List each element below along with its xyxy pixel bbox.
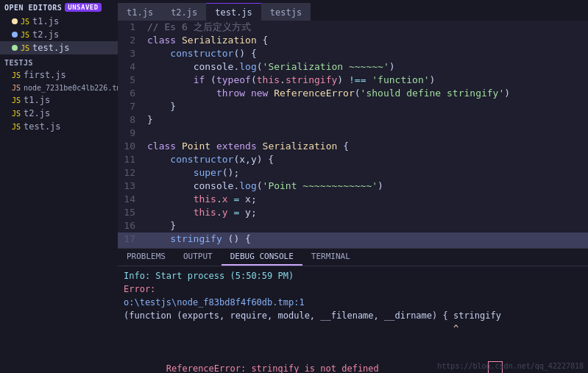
sidebar-file-firstjs: first.js xyxy=(24,70,66,80)
tab-testjs2[interactable]: testjs xyxy=(261,3,311,21)
main-area: t1.js t2.js test.js testjs 1 // Es 6 之后定… xyxy=(118,0,588,373)
sidebar-file-t2js2: t2.js xyxy=(24,108,50,118)
line-content: this.x = x; xyxy=(144,193,588,206)
tab-label: test.js xyxy=(215,7,252,18)
table-row: 15 this.y = y; xyxy=(118,206,588,219)
sidebar: OPEN EDITORS UNSAVED JS t1.js JS t2.js J… xyxy=(0,0,118,373)
line-num: 17 xyxy=(118,232,144,248)
js-icon: JS xyxy=(21,43,29,52)
panel-line: ^ xyxy=(124,322,582,335)
panel-line: (function (exports, require, module, __f… xyxy=(124,309,582,322)
table-row: 7 } xyxy=(118,100,588,113)
tab-testjs[interactable]: test.js xyxy=(206,3,261,21)
dot-yellow xyxy=(12,18,18,24)
tab-label: testjs xyxy=(270,7,302,18)
sidebar-item-t2js[interactable]: JS t2.js xyxy=(0,28,118,41)
table-row: 5 if (typeof(this.stringify) !== 'functi… xyxy=(118,74,588,87)
tab-t1js[interactable]: t1.js xyxy=(118,3,162,21)
js-icon: JS xyxy=(12,122,21,131)
line-num: 14 xyxy=(118,193,144,206)
line-num: 4 xyxy=(118,60,144,74)
open-editors-header: OPEN EDITORS UNSAVED xyxy=(0,0,118,15)
line-num: 2 xyxy=(118,34,144,47)
line-num: 5 xyxy=(118,74,144,87)
sidebar-item-t1js2[interactable]: JS t1.js xyxy=(0,93,118,107)
panel-content: Info: Start process (5:50:59 PM) Error: … xyxy=(118,266,588,373)
line-num: 1 xyxy=(118,21,144,34)
table-row: 6 throw new ReferenceError('should defin… xyxy=(118,87,588,100)
js-icon: JS xyxy=(12,71,21,79)
tab-output[interactable]: OUTPUT xyxy=(174,249,222,266)
sidebar-file-t1js2: t1.js xyxy=(24,95,50,105)
sidebar-item-testjs2[interactable]: JS test.js xyxy=(0,120,118,133)
line-content xyxy=(144,127,588,140)
line-content: } xyxy=(144,100,588,113)
line-content: console.log('Point ~~~~~~~~~~~~') xyxy=(144,180,588,193)
sidebar-item-tmptile[interactable]: JS node_7231be0c4lb226.tmp xyxy=(0,82,118,93)
line-content: } xyxy=(144,113,588,127)
code-lines: 1 // Es 6 之后定义方式 2 class Serialization {… xyxy=(118,21,588,248)
sidebar-item-firstjs[interactable]: JS first.js xyxy=(0,68,118,82)
table-row: 3 constructor() { xyxy=(118,47,588,60)
panel-line: Info: Start process (5:50:59 PM) xyxy=(124,269,582,283)
table-row: 1 // Es 6 之后定义方式 xyxy=(118,21,588,34)
line-content: class Serialization { xyxy=(144,34,588,47)
js-icon: JS xyxy=(21,30,29,39)
line-num: 9 xyxy=(118,127,144,140)
table-row: 9 xyxy=(118,127,588,140)
panel-line: o:\testjs\node_f83bd8f4f60db.tmp:1 xyxy=(124,296,582,309)
line-content: if (typeof(this.stringify) !== 'function… xyxy=(144,74,588,87)
table-row: 11 constructor(x,y) { xyxy=(118,153,588,166)
panel-line xyxy=(124,335,582,349)
unsaved-badge: UNSAVED xyxy=(65,3,101,12)
code-editor[interactable]: 1 // Es 6 之后定义方式 2 class Serialization {… xyxy=(118,21,588,248)
line-num: 11 xyxy=(118,153,144,166)
tab-label: t2.js xyxy=(171,7,197,18)
panel-line: Error: xyxy=(124,283,582,296)
testjs-section: TESTJS xyxy=(0,54,118,68)
sidebar-item-t2js2[interactable]: JS t2.js xyxy=(0,107,118,120)
table-row: 13 console.log('Point ~~~~~~~~~~~~') xyxy=(118,180,588,193)
line-content: stringify () { xyxy=(144,232,588,248)
js-icon: JS xyxy=(12,96,21,104)
bottom-panel: PROBLEMS OUTPUT DEBUG CONSOLE TERMINAL I… xyxy=(118,248,588,373)
line-content: super(); xyxy=(144,166,588,180)
line-content: throw new ReferenceError('should define … xyxy=(144,87,588,100)
line-num: 10 xyxy=(118,140,144,153)
line-num: 3 xyxy=(118,47,144,60)
line-content: console.log('Serialization ~~~~~~') xyxy=(144,60,588,74)
table-row: 4 console.log('Serialization ~~~~~~') xyxy=(118,60,588,74)
line-content: constructor() { xyxy=(144,47,588,60)
sidebar-item-testjs[interactable]: JS test.js xyxy=(0,41,118,54)
table-row: 16 } xyxy=(118,219,588,232)
tab-problems[interactable]: PROBLEMS xyxy=(118,249,174,266)
line-content: } xyxy=(144,219,588,232)
line-content: class Point extends Serialization { xyxy=(144,140,588,153)
table-row: 14 this.x = x; xyxy=(118,193,588,206)
panel-tabs: PROBLEMS OUTPUT DEBUG CONSOLE TERMINAL xyxy=(118,249,588,266)
js-icon: JS xyxy=(21,17,29,26)
sidebar-file-t2js: t2.js xyxy=(32,29,59,40)
line-content: // Es 6 之后定义方式 xyxy=(144,21,588,34)
line-num: 8 xyxy=(118,113,144,127)
sidebar-file-t1js: t1.js xyxy=(32,16,59,26)
open-editors-label: OPEN EDITORS xyxy=(4,4,62,12)
code-editor-wrapper: 1 // Es 6 之后定义方式 2 class Serialization {… xyxy=(118,21,588,248)
tab-terminal[interactable]: TERMINAL xyxy=(302,249,359,266)
tab-t2js[interactable]: t2.js xyxy=(162,3,206,21)
line-num: 7 xyxy=(118,100,144,113)
table-row: 17 stringify () { xyxy=(118,232,588,248)
tab-debug-console[interactable]: DEBUG CONSOLE xyxy=(222,249,302,266)
table-row: 10 class Point extends Serialization { xyxy=(118,140,588,153)
table-row: 2 class Serialization { xyxy=(118,34,588,47)
dot-green xyxy=(12,45,18,51)
sidebar-file-tmp: node_7231be0c4lb226.tmp xyxy=(24,84,118,92)
line-num: 13 xyxy=(118,180,144,193)
table-row: 12 super(); xyxy=(118,166,588,180)
sidebar-item-t1js[interactable]: JS t1.js xyxy=(0,15,118,28)
line-num: 15 xyxy=(118,206,144,219)
dot-blue xyxy=(12,32,18,38)
watermark: https://blog.csdn.net/qq_42227818 xyxy=(437,362,584,370)
tmp-icon: JS xyxy=(12,83,21,92)
line-num: 12 xyxy=(118,166,144,180)
